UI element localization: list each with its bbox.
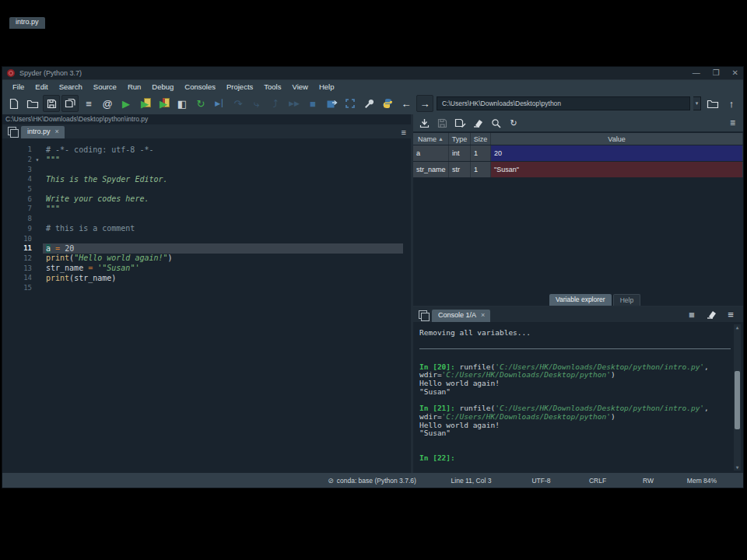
title-bar[interactable]: Spyder (Python 3.7) — ❐ ✕: [2, 67, 743, 79]
console-scrollbar[interactable]: ▲ ▼: [733, 324, 742, 471]
cell-value: "Susan": [491, 162, 743, 177]
column-header-name[interactable]: Name▲: [413, 133, 449, 145]
editor-line-12[interactable]: 12print("Hello world again!"): [2, 254, 411, 264]
editor-line-6[interactable]: 6Write your codes here.: [2, 194, 411, 204]
editor-options-icon[interactable]: ≡: [402, 128, 411, 138]
debug-step-into-icon[interactable]: ⤷: [248, 95, 265, 112]
save-data-icon[interactable]: [434, 116, 450, 130]
debug-step-out-icon[interactable]: ⤴: [267, 95, 284, 112]
tab-close-icon[interactable]: ×: [55, 128, 59, 135]
editor-line-7[interactable]: 7""": [2, 204, 411, 214]
menu-tools[interactable]: Tools: [258, 81, 286, 93]
cell-name: str_name: [413, 162, 449, 177]
menu-run[interactable]: Run: [122, 81, 146, 93]
editor-line-15[interactable]: 15: [2, 283, 411, 293]
line-number: 8: [2, 215, 32, 222]
save-file-icon[interactable]: [43, 95, 60, 112]
fold-arrow-icon[interactable]: ▾: [32, 156, 43, 163]
debug-step-over-icon[interactable]: ↷: [230, 95, 247, 112]
debug-continue-icon[interactable]: ▶▶: [286, 95, 303, 112]
python-path-icon[interactable]: [379, 95, 396, 112]
variable-row-a[interactable]: aint120: [413, 145, 743, 161]
run-cell-icon[interactable]: ▶: [136, 95, 153, 112]
scroll-up-icon[interactable]: ▲: [734, 324, 741, 331]
variable-explorer-table[interactable]: Name▲TypeSizeValue aint120str_namestr1"S…: [413, 131, 743, 291]
editor-line-1[interactable]: 1# -*- coding: utf-8 -*-: [2, 145, 411, 155]
rerun-cell-icon[interactable]: ↻: [192, 95, 209, 112]
editor-line-8[interactable]: 8: [2, 214, 411, 224]
open-file-icon[interactable]: [24, 95, 41, 112]
save-all-icon[interactable]: [61, 95, 79, 112]
run-selection-icon[interactable]: ◧: [174, 95, 191, 112]
browse-tabs-icon[interactable]: [6, 126, 19, 137]
menu-source[interactable]: Source: [88, 81, 122, 93]
console-line: In [22]:: [419, 453, 731, 462]
debug-file-icon[interactable]: ▶⎮: [211, 95, 228, 112]
file-switcher-icon[interactable]: ≡: [80, 95, 97, 112]
save-data-as-icon[interactable]: [452, 116, 468, 130]
status-line-11: Line 11, Col 3: [430, 477, 512, 485]
code-editor[interactable]: 1# -*- coding: utf-8 -*-2▾"""34This is t…: [2, 138, 411, 473]
browse-working-dir-icon[interactable]: [704, 95, 721, 112]
ipython-console[interactable]: Removing all variables... In [20]: runfi…: [413, 322, 743, 473]
restore-button[interactable]: ❐: [713, 69, 720, 77]
minimize-button[interactable]: —: [693, 69, 700, 77]
remove-variables-icon[interactable]: [470, 116, 486, 130]
tab-intro-py[interactable]: intro.py ×: [21, 126, 65, 138]
editor-line-5[interactable]: 5: [2, 184, 411, 194]
editor-line-14[interactable]: 14print(str_name): [2, 273, 411, 283]
interrupt-kernel-icon[interactable]: ■: [686, 309, 698, 320]
working-directory-input[interactable]: C:\Users\HK\Downloads\Desktop\python: [437, 96, 690, 110]
line-number: 6: [2, 195, 32, 203]
run-cell-advance-icon[interactable]: ▶: [155, 95, 172, 112]
console-options-icon[interactable]: ≡: [724, 309, 737, 320]
menu-view[interactable]: View: [286, 81, 313, 93]
editor-line-9[interactable]: 9# this is a comment: [2, 224, 411, 234]
pane-tab-variable-explorer[interactable]: Variable explorer: [549, 294, 612, 306]
preferences-icon[interactable]: [360, 95, 377, 112]
new-file-icon[interactable]: [5, 95, 23, 112]
pane-tab-help[interactable]: Help: [613, 294, 640, 306]
code-text: Write your codes here.: [43, 194, 403, 203]
menu-help[interactable]: Help: [314, 81, 340, 93]
column-header-type[interactable]: Type: [449, 133, 471, 145]
column-header-value[interactable]: Value: [491, 133, 743, 145]
search-variables-icon[interactable]: [488, 116, 503, 130]
code-text: """: [43, 156, 403, 164]
editor-line-10[interactable]: 10: [2, 233, 411, 243]
menu-file[interactable]: File: [7, 81, 30, 93]
new-window-icon[interactable]: [323, 95, 340, 112]
code-text: # -*- coding: utf-8 -*-: [43, 145, 403, 154]
run-file-icon[interactable]: ▶: [117, 95, 135, 112]
variable-explorer-options-icon[interactable]: ≡: [730, 117, 740, 128]
forward-icon[interactable]: →: [416, 95, 433, 112]
editor-line-3[interactable]: 3: [2, 164, 411, 174]
maximize-pane-icon[interactable]: [342, 95, 359, 112]
variable-row-str_name[interactable]: str_namestr1"Susan": [413, 162, 743, 177]
menu-edit[interactable]: Edit: [30, 81, 53, 93]
console-browse-tabs-icon[interactable]: [417, 310, 430, 320]
column-header-size[interactable]: Size: [471, 133, 491, 145]
close-button[interactable]: ✕: [732, 69, 738, 77]
import-data-icon[interactable]: [416, 116, 432, 130]
editor-line-2[interactable]: 2▾""": [2, 155, 411, 165]
menu-projects[interactable]: Projects: [221, 81, 258, 93]
scroll-down-icon[interactable]: ▼: [734, 464, 741, 471]
menu-consoles[interactable]: Consoles: [179, 81, 221, 93]
back-icon[interactable]: ←: [398, 95, 415, 112]
menu-debug[interactable]: Debug: [146, 81, 179, 93]
refresh-variables-icon[interactable]: ↻: [506, 116, 521, 130]
debug-stop-icon[interactable]: ■: [304, 95, 321, 112]
parent-dir-icon[interactable]: ↑: [723, 95, 740, 112]
find-symbols-icon[interactable]: @: [99, 95, 116, 112]
editor-line-11[interactable]: 11a = 20: [2, 243, 411, 254]
editor-line-13[interactable]: 13str_name = '"Susan"': [2, 263, 411, 273]
clear-console-icon[interactable]: [705, 309, 717, 320]
menu-search[interactable]: Search: [54, 81, 88, 93]
console-tab-close-icon[interactable]: ×: [481, 311, 485, 319]
working-directory-dropdown[interactable]: ▾: [693, 96, 701, 110]
console-line: In [21]: runfile('C:/Users/HK/Downloads/…: [419, 404, 731, 412]
tab-console-1a[interactable]: Console 1/A ×: [432, 310, 490, 322]
scrollbar-thumb[interactable]: [735, 371, 740, 429]
editor-line-4[interactable]: 4This is the Spyder Editor.: [2, 174, 411, 184]
